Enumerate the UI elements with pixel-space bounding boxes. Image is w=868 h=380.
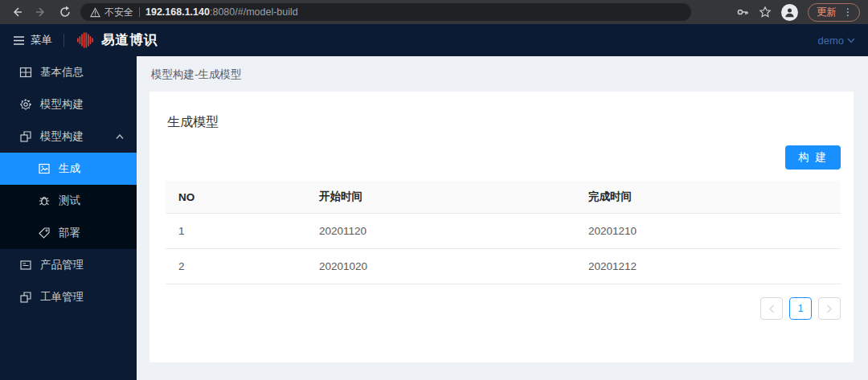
url-host: 192.168.1.140 [145, 6, 210, 18]
cell-finish-time: 20201210 [575, 214, 841, 249]
cell-finish-time: 20201212 [575, 249, 841, 284]
not-secure-label: 不安全 [104, 6, 133, 19]
main-content: 模型构建-生成模型 生成模型 构 建 NO 开始时间 完成时间 1 202 [137, 56, 868, 380]
sidebar-item-model-build[interactable]: 模型构建 [0, 121, 137, 153]
browser-refresh-icon[interactable] [56, 3, 74, 21]
sidebar-item-product-management[interactable]: 产品管理 [0, 249, 137, 281]
content-card: 生成模型 构 建 NO 开始时间 完成时间 1 20201120 2020 [149, 92, 854, 362]
brand-name: 易道博识 [101, 31, 158, 49]
chevron-right-icon [826, 304, 833, 313]
breadcrumb: 模型构建-生成模型 [149, 56, 854, 92]
column-header-finish-time: 完成时间 [575, 181, 841, 214]
build-button[interactable]: 构 建 [785, 145, 841, 170]
page-number-button[interactable]: 1 [789, 297, 812, 320]
sidebar-item-model-config[interactable]: 模型构建 模型配置 [0, 88, 137, 121]
cell-start-time: 20201020 [306, 249, 575, 284]
warning-triangle-icon [90, 7, 100, 18]
password-key-icon[interactable] [736, 6, 749, 18]
person-icon [784, 6, 796, 18]
sidebar-item-test[interactable]: 测试 [0, 185, 137, 217]
sidebar-item-generate[interactable]: 生成 [0, 153, 137, 185]
brand: 易道博识 [76, 31, 158, 50]
chevron-left-icon [768, 304, 775, 313]
model-build-submenu: 生成 测试 部署 [0, 153, 137, 249]
header-divider [63, 34, 64, 47]
page-title: 生成模型 [166, 104, 841, 145]
grid-icon [19, 66, 32, 79]
chevron-up-icon [116, 134, 124, 140]
url-path: :8080/#/model-build [210, 6, 298, 18]
sidebar-item-label: 测试 [59, 194, 80, 208]
bookmark-star-icon[interactable] [759, 6, 772, 18]
url-text: 192.168.1.140:8080/#/model-build [145, 6, 298, 18]
tag-icon [38, 227, 51, 239]
models-table: NO 开始时间 完成时间 1 20201120 20201210 2 20201… [166, 181, 841, 284]
chrome-update-button[interactable]: 更新 ⋮ [808, 3, 860, 22]
blocks-icon [19, 291, 32, 304]
username: demo [817, 35, 844, 47]
product-box-icon [19, 259, 32, 272]
sidebar-item-deploy[interactable]: 部署 [0, 217, 137, 249]
sidebar-item-label: 工单管理 [40, 290, 84, 304]
pagination: 1 [166, 284, 841, 333]
column-header-start-time: 开始时间 [306, 181, 575, 214]
menu-toggle-button[interactable]: 菜单 [13, 33, 52, 47]
sidebar-item-basic-info[interactable]: 基本信息 [0, 56, 137, 88]
gear-icon [19, 98, 32, 111]
brand-logo-icon [76, 31, 95, 50]
hamburger-icon [13, 35, 25, 46]
image-icon [38, 162, 51, 175]
sidebar-item-label: 模型构建 [40, 97, 84, 112]
browser-forward-icon[interactable] [32, 3, 50, 21]
table-header-row: NO 开始时间 完成时间 [166, 181, 841, 214]
sidebar-item-label: 基本信息 [40, 65, 84, 80]
address-bar[interactable]: 不安全 192.168.1.140:8080/#/model-build [80, 3, 691, 21]
cell-start-time: 20201120 [306, 214, 575, 249]
sidebar-item-work-order-management[interactable]: 工单管理 [0, 281, 137, 313]
sidebar-item-label: 产品管理 [40, 258, 84, 272]
browser-back-icon[interactable] [8, 3, 26, 21]
sidebar-item-label: 模型构建 [40, 129, 84, 144]
user-dropdown[interactable]: demo [817, 35, 855, 47]
profile-avatar[interactable] [781, 4, 798, 21]
blocks-icon [19, 130, 32, 143]
app-header: 菜单 易道博识 demo [0, 24, 868, 56]
next-page-button[interactable] [818, 297, 841, 320]
cell-no: 1 [166, 214, 306, 249]
chevron-down-icon [847, 38, 855, 43]
cell-no: 2 [166, 249, 306, 284]
table-row: 2 20201020 20201212 [166, 249, 841, 284]
address-divider [139, 7, 140, 17]
menu-toggle-label: 菜单 [31, 33, 52, 47]
toolbar: 构 建 [166, 145, 841, 181]
column-header-no: NO [166, 181, 306, 214]
sidebar-item-label: 生成 [59, 161, 80, 176]
sidebar: 基本信息 模型构建 模型配置 模型构建 生成 测试 部署 [0, 56, 137, 380]
not-secure-warning[interactable]: 不安全 [90, 6, 133, 19]
table-row: 1 20201120 20201210 [166, 214, 841, 249]
browser-toolbar: 不安全 192.168.1.140:8080/#/model-build 更新 … [0, 0, 868, 24]
bug-icon [38, 194, 51, 207]
update-label: 更新 [817, 6, 837, 19]
sidebar-item-label: 部署 [59, 226, 80, 240]
browser-menu-icon[interactable]: ⋮ [843, 6, 853, 18]
prev-page-button[interactable] [760, 297, 783, 320]
